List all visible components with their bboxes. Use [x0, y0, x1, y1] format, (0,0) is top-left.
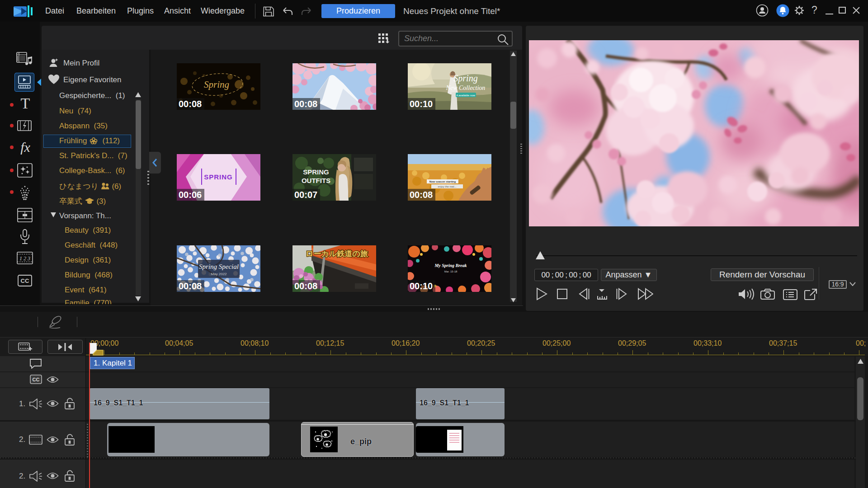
svg-text:OUTFITS: OUTFITS [302, 177, 330, 184]
svg-text:Spring Special: Spring Special [199, 263, 239, 270]
svg-text:enjoy the real...: enjoy the real... [438, 185, 456, 188]
svg-text:SPRING: SPRING [204, 173, 233, 181]
svg-text:Spring: Spring [204, 79, 229, 90]
svg-text:May 2022: May 2022 [211, 272, 227, 276]
svg-text:CC: CC [21, 277, 29, 284]
svg-text:A available now: A available now [456, 94, 475, 97]
svg-text:My Spring Break: My Spring Break [434, 263, 467, 268]
svg-text:CC: CC [33, 377, 40, 382]
svg-text:ローカル鉄道の旅: ローカル鉄道の旅 [306, 249, 368, 258]
svg-text:New season starting: New season starting [429, 180, 456, 183]
svg-text:New Collection: New Collection [446, 84, 486, 91]
svg-text:Spring: Spring [453, 73, 477, 84]
svg-text:Mar. 15-18: Mar. 15-18 [444, 270, 458, 273]
svg-text:1 2 3: 1 2 3 [19, 255, 30, 262]
svg-text:SPRING: SPRING [303, 168, 329, 176]
